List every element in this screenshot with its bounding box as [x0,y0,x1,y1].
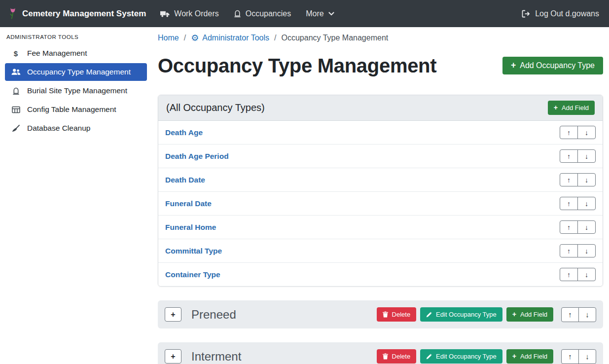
reorder-button-group: ↑ ↓ [560,197,596,210]
sidebar: ADMINISTRATOR TOOLS $ Fee Management Occ… [0,27,152,364]
reorder-button-group: ↑ ↓ [560,244,596,257]
section-actions: Delete Edit Occupancy Type + Add Field ↑… [377,349,596,364]
nav-more[interactable]: More [298,5,341,22]
move-down-button[interactable]: ↓ [577,244,596,257]
edit-occupancy-type-button[interactable]: Edit Occupancy Type [420,349,502,364]
reorder-button-group: ↑ ↓ [560,149,596,163]
move-down-button[interactable]: ↓ [577,268,596,281]
page-title: Occupancy Type Management [158,54,436,77]
occupancy-type-section-interment: + Interment Delete [158,342,603,364]
logout-button[interactable]: Log Out d.gowans [514,5,601,22]
truck-icon [160,10,170,18]
move-down-button[interactable]: ↓ [577,149,596,163]
nav-occupancies-label: Occupancies [246,9,291,18]
nav-occupancies[interactable]: Occupancies [226,5,299,22]
breadcrumb-separator: / [184,32,186,44]
breadcrumb-admin-tools-label: Administrator Tools [202,32,269,44]
field-link[interactable]: Funeral Date [165,199,212,208]
occupancy-type-section-preneed: + Preneed Delete [158,300,603,328]
trash-icon [383,311,388,318]
reorder-button-group: ↑ ↓ [560,220,596,234]
field-link[interactable]: Funeral Home [165,223,216,232]
pencil-icon [426,312,432,318]
move-up-button[interactable]: ↑ [560,126,578,139]
breadcrumb-administrator-tools[interactable]: ⚙ Administrator Tools [191,32,269,44]
field-row: Funeral Date ↑ ↓ [158,191,603,215]
reorder-button-group: ↑ ↓ [561,349,596,364]
move-up-button[interactable]: ↑ [561,349,579,364]
sidebar-item-label: Config Table Management [27,105,116,114]
app-title: Cemetery Management System [22,9,146,19]
move-up-button[interactable]: ↑ [560,268,578,281]
delete-button[interactable]: Delete [377,307,417,322]
move-down-button[interactable]: ↓ [578,349,596,364]
sidebar-heading: ADMINISTRATOR TOOLS [0,29,152,44]
field-link[interactable]: Container Type [165,270,220,279]
sidebar-item-config-table-management[interactable]: Config Table Management [5,101,147,118]
pencil-icon [426,354,432,360]
plus-icon: + [511,61,516,70]
delete-label: Delete [392,311,411,318]
add-occupancy-type-button[interactable]: + Add Occupancy Type [502,57,603,74]
reorder-button-group: ↑ ↓ [560,268,596,281]
top-navbar: Cemetery Management System Work Orders [0,0,609,27]
breadcrumb-home[interactable]: Home [158,32,179,44]
sidebar-item-label: Burial Site Type Management [27,86,127,95]
plus-icon: + [512,311,516,318]
field-row: Death Age ↑ ↓ [158,121,603,144]
add-field-label: Add Field [562,104,589,111]
edit-occupancy-type-label: Edit Occupancy Type [436,353,497,360]
flower-logo-icon [8,7,18,20]
sidebar-item-label: Fee Management [27,49,87,58]
move-down-button[interactable]: ↓ [578,307,596,322]
move-up-button[interactable]: ↑ [560,220,578,234]
move-up-button[interactable]: ↑ [560,149,578,163]
breadcrumb-current: Occupancy Type Management [282,32,389,44]
table-icon [11,106,21,113]
field-link[interactable]: Death Age [165,128,203,137]
add-field-label: Add Field [520,353,547,360]
reorder-button-group: ↑ ↓ [560,173,596,186]
move-up-button[interactable]: ↑ [560,173,578,186]
navbar-menu: Work Orders Occupancies More [153,5,341,22]
users-icon [11,68,21,76]
edit-occupancy-type-button[interactable]: Edit Occupancy Type [420,307,502,322]
move-down-button[interactable]: ↓ [577,197,596,210]
move-up-button[interactable]: ↑ [560,244,578,257]
move-up-button[interactable]: ↑ [561,307,579,322]
section-actions: Delete Edit Occupancy Type + Add Field ↑… [377,307,596,322]
field-link[interactable]: Death Age Period [165,152,229,161]
field-row: Death Age Period ↑ ↓ [158,144,603,168]
field-link[interactable]: Committal Type [165,247,222,255]
tombstone-icon [234,9,241,18]
card-title: (All Occupancy Types) [166,102,265,113]
section-title: Preneed [191,306,367,323]
add-occupancy-type-label: Add Occupancy Type [520,61,595,70]
sidebar-item-label: Database Cleanup [27,124,90,133]
move-down-button[interactable]: ↓ [577,126,596,139]
edit-occupancy-type-label: Edit Occupancy Type [436,311,497,318]
delete-label: Delete [392,353,411,360]
field-link[interactable]: Death Date [165,176,205,184]
sidebar-item-occupancy-type-management[interactable]: Occupancy Type Management [5,63,147,81]
plus-icon: + [512,353,516,360]
move-down-button[interactable]: ↓ [577,173,596,186]
move-down-button[interactable]: ↓ [577,220,596,234]
add-field-button[interactable]: + Add Field [506,349,553,364]
nav-work-orders[interactable]: Work Orders [153,5,226,22]
delete-button[interactable]: Delete [377,349,417,364]
nav-more-label: More [306,9,323,18]
app-brand[interactable]: Cemetery Management System [8,7,146,20]
move-up-button[interactable]: ↑ [560,197,578,210]
field-row: Funeral Home ↑ ↓ [158,215,603,239]
sidebar-item-fee-management[interactable]: $ Fee Management [5,44,147,62]
sidebar-item-label: Occupancy Type Management [27,68,131,76]
sidebar-item-burial-site-type-management[interactable]: Burial Site Type Management [5,82,147,100]
expand-button[interactable]: + [165,349,181,364]
reorder-button-group: ↑ ↓ [560,126,596,139]
add-field-button[interactable]: + Add Field [506,307,553,322]
logout-label: Log Out d.gowans [535,9,599,18]
expand-button[interactable]: + [165,307,181,322]
sidebar-item-database-cleanup[interactable]: Database Cleanup [5,119,147,137]
add-field-button[interactable]: + Add Field [548,101,595,115]
